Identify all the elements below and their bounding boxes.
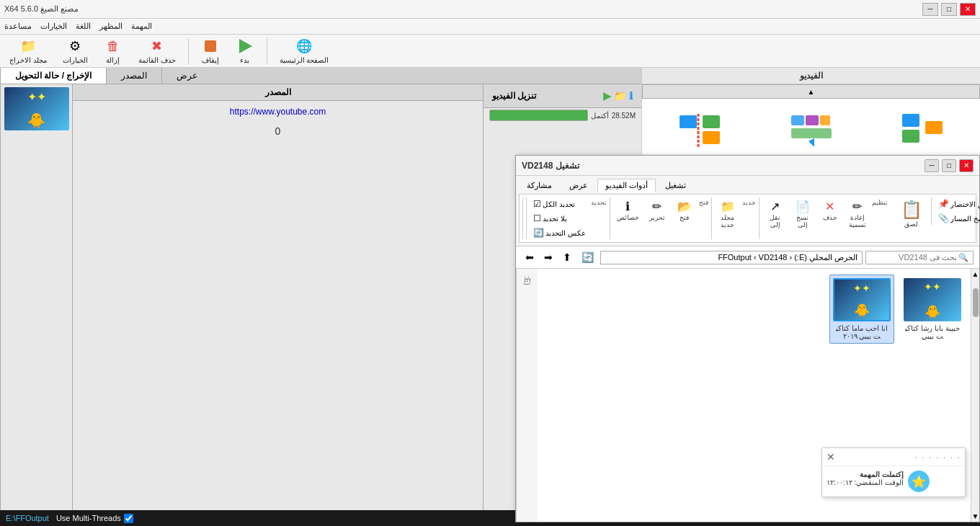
- fe-tab-play[interactable]: تشغيل: [657, 179, 694, 192]
- source-panel: المصدر https://www.youtube.com 0: [72, 84, 483, 510]
- minimize-btn[interactable]: ─: [922, 3, 938, 16]
- fe-search-input[interactable]: [870, 253, 957, 262]
- fe-title: تشغيل VD2148: [522, 161, 579, 171]
- thumb-stars-1: ✦✦: [853, 282, 870, 294]
- fe-tab-video-tools[interactable]: أدوات الفيديو: [597, 179, 656, 192]
- tab-conversion[interactable]: الإخراج / حالة التحويل: [0, 68, 106, 84]
- fe-select-buttons: ☑ تحديد الكل ☐ بلا تحديد 🔄 عكس التحديد: [526, 197, 589, 239]
- copy-icon: 📄: [796, 200, 810, 213]
- menu-bar: مساعدة الخيارات اللغة المظهر المهمة: [0, 19, 980, 35]
- fe-tab-view[interactable]: عرض: [561, 179, 596, 192]
- fe-move-to-btn[interactable]: ↗ نقل إلى: [762, 197, 788, 231]
- options-btn[interactable]: ⚙ الخيارات: [58, 35, 93, 66]
- svg-rect-0: [205, 40, 216, 52]
- notification-popup: · · · · · · · ✕ إكتملت المهمة الوقت المن…: [821, 447, 966, 497]
- close-btn[interactable]: ✕: [960, 3, 976, 16]
- menu-help[interactable]: مساعدة: [4, 22, 32, 31]
- fe-maximize-btn[interactable]: □: [942, 159, 956, 172]
- fe-rename-btn[interactable]: ✏ إعادة تسمية: [845, 197, 870, 231]
- fe-new-folder-btn[interactable]: 📁 مجلد جديد: [715, 197, 741, 231]
- fe-minimize-btn[interactable]: ─: [925, 159, 939, 172]
- fe-file-item[interactable]: ✦✦ 🐥 حبيبة بابا رشا كتاكيت بيبي: [900, 275, 965, 344]
- fe-file-name-0: حبيبة بابا رشا كتاكيت بيبي: [904, 324, 961, 340]
- mux-icon: [899, 108, 945, 154]
- fe-tab-share[interactable]: مشاركة: [519, 179, 560, 192]
- select-all-icon: ☑: [533, 199, 541, 209]
- fe-scroll-thumb[interactable]: [973, 288, 979, 317]
- gear-icon: ⚙: [66, 37, 84, 55]
- menu-options[interactable]: الخيارات: [40, 22, 67, 31]
- avatar-icon: ⭐: [912, 475, 926, 489]
- fe-select-all-btn[interactable]: ☑ تحديد الكل: [530, 197, 589, 210]
- maximize-btn[interactable]: □: [941, 3, 957, 16]
- convert-icon: [788, 108, 834, 154]
- fe-properties-btn[interactable]: ℹ خصائص: [613, 197, 643, 223]
- folder-btn[interactable]: 📁: [614, 90, 626, 102]
- homepage-btn[interactable]: 🌐 الصفحة الرئيسية: [275, 35, 334, 66]
- fe-drive-label: (E:: [523, 276, 531, 285]
- menu-task[interactable]: المهمة: [131, 22, 152, 31]
- svg-rect-6: [791, 115, 804, 125]
- fe-paste-btn[interactable]: 📋 لصق: [894, 197, 930, 230]
- fe-edit-btn[interactable]: ✏ تحرير: [644, 197, 670, 223]
- multi-threads-option[interactable]: Use Multi-Threads: [56, 514, 133, 523]
- select-group-label: تحديد: [591, 197, 607, 206]
- fe-paste-shortcut-btn[interactable]: 📌 لصق الاختصار: [935, 197, 980, 210]
- tab-source[interactable]: المصدر: [106, 68, 161, 84]
- fe-open-btn[interactable]: 📂 فتح: [672, 197, 698, 223]
- svg-marker-10: [808, 138, 814, 147]
- scroll-up-arrow[interactable]: ▲: [971, 269, 979, 280]
- fe-close-btn[interactable]: ✕: [959, 159, 974, 172]
- stop-icon: [202, 37, 219, 55]
- clear-list-btn[interactable]: ✖ حذف القائمة: [133, 35, 181, 66]
- title-bar: ✕ □ ─ مصنع الصيغ X64 5.6.0: [0, 0, 980, 19]
- clear-icon: ✖: [148, 37, 166, 55]
- copy-path-icon: 📎: [938, 213, 949, 223]
- scroll-down-arrow[interactable]: ▼: [971, 511, 979, 522]
- fe-delete-btn[interactable]: ✕ حذف: [817, 197, 843, 223]
- preview-panel: ✦✦ 🐥: [0, 84, 72, 510]
- fe-refresh-btn[interactable]: 🔄: [578, 249, 597, 265]
- remove-btn[interactable]: 🗑 إزالة: [99, 35, 128, 66]
- scroll-up-btn[interactable]: ▲: [642, 84, 980, 99]
- fe-back-btn[interactable]: ⬅: [522, 249, 538, 265]
- deselect-icon: ☐: [533, 213, 541, 223]
- progress-fill: [490, 110, 587, 120]
- output-path: E:\FFOutput: [6, 514, 49, 522]
- fe-file-item-selected[interactable]: ✦✦ 🐥 انا احب ماما كتاكيت بيبي ٢٠١٩: [829, 275, 894, 344]
- new-group-label: جديد: [742, 197, 756, 206]
- fe-up-btn[interactable]: ⬆: [559, 249, 575, 265]
- notif-text: إكتملت المهمة الوقت المنقضي: ١٢:٠٠:١٢: [827, 471, 904, 486]
- output-folder-btn[interactable]: 📁 مجلد الاخراج: [4, 35, 52, 66]
- fe-group-select: ☑ تحديد الكل ☐ بلا تحديد 🔄 عكس التحديد ت…: [522, 197, 607, 239]
- stop-btn[interactable]: إيقاف: [196, 35, 225, 66]
- start-btn[interactable]: بدء: [231, 35, 259, 66]
- svg-rect-7: [806, 115, 819, 125]
- thumb-stars-0: ✦✦: [924, 281, 941, 293]
- menu-language[interactable]: اللغة: [76, 22, 91, 31]
- play-btn[interactable]: ▶: [603, 90, 611, 102]
- separator-icon: [677, 108, 723, 154]
- rename-icon: ✏: [852, 200, 862, 213]
- tab-preview[interactable]: عرض: [161, 68, 212, 84]
- fe-invert-btn[interactable]: 🔄 عكس التحديد: [530, 226, 589, 239]
- stars-icon: ✦✦: [27, 90, 46, 104]
- sidebar-section-header: الفيديو: [642, 68, 980, 84]
- video-thumbnail: ✦✦ 🐥: [4, 87, 69, 130]
- notif-body: إكتملت المهمة الوقت المنقضي: ١٢:٠٠:١٢ ⭐: [822, 466, 965, 496]
- fe-file-thumb-1: ✦✦ 🐥: [833, 278, 891, 321]
- fe-ribbon-tabs: مشاركة عرض أدوات الفيديو تشغيل: [519, 179, 976, 192]
- organize-group-label: تنظيم: [872, 197, 888, 206]
- thumb-char-1: 🐥: [854, 303, 870, 318]
- fe-forward-btn[interactable]: ➡: [540, 249, 556, 265]
- fe-copy-path-btn[interactable]: 📎 نسخ المسار: [935, 212, 980, 225]
- info-btn[interactable]: ℹ: [629, 90, 633, 102]
- fe-deselect-btn[interactable]: ☐ بلا تحديد: [530, 212, 589, 225]
- fe-copy-to-btn[interactable]: 📄 نسخ إلى: [790, 197, 816, 231]
- source-url: https://www.youtube.com: [73, 101, 483, 122]
- notif-avatar: ⭐: [908, 471, 930, 492]
- notif-close-btn[interactable]: ✕: [827, 451, 835, 463]
- fe-scrollbar[interactable]: ▲ ▼: [971, 269, 979, 522]
- multi-threads-checkbox[interactable]: [124, 514, 133, 523]
- menu-appearance[interactable]: المظهر: [99, 22, 122, 31]
